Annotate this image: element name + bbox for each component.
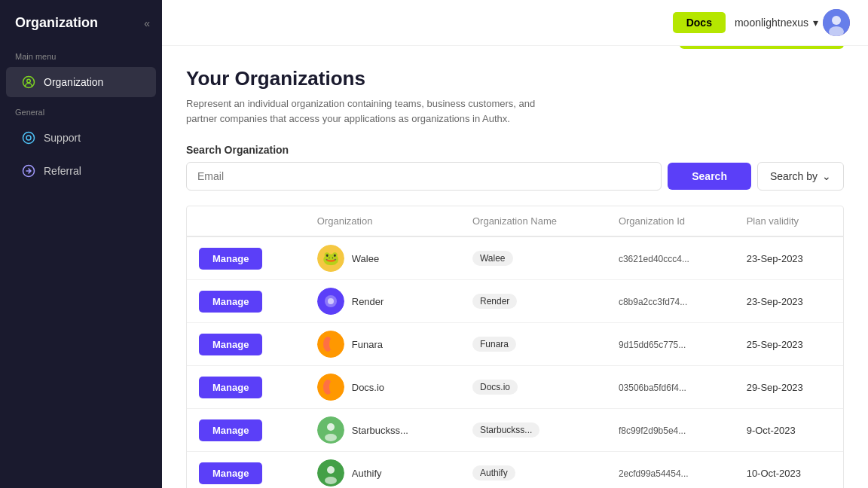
manage-cell: Manage	[187, 236, 305, 280]
org-cell: Starbuckss...	[305, 409, 460, 452]
general-label: General	[0, 99, 162, 121]
org-name: Funara	[352, 339, 383, 350]
svg-point-2	[23, 133, 35, 144]
sidebar-title: Organization	[15, 15, 98, 31]
sidebar: Organization « Main menu Organization Ge…	[0, 0, 162, 488]
search-by-button[interactable]: Search by ⌄	[757, 162, 844, 191]
org-badge: Render	[472, 294, 517, 309]
sidebar-support-label: Support	[44, 132, 81, 144]
col-action	[187, 206, 305, 236]
svg-point-20	[327, 423, 335, 431]
support-icon	[21, 130, 36, 145]
org-badge: Authify	[472, 465, 515, 480]
plan-cell: 10-Oct-2023	[735, 452, 843, 489]
org-avatar: 🐸	[317, 245, 344, 272]
org-avatar	[317, 374, 344, 401]
org-id-cell: 9d15dd65c775...	[607, 323, 735, 366]
svg-point-12	[328, 298, 334, 304]
plan-cell: 29-Sep-2023	[735, 366, 843, 409]
plan-date: 23-Sep-2023	[747, 296, 803, 307]
org-name-cell: Render	[460, 280, 607, 323]
manage-button[interactable]: Manage	[199, 462, 262, 484]
sidebar-item-referral[interactable]: Referral	[6, 156, 156, 186]
create-org-button[interactable]: + Create New Organization	[680, 46, 844, 49]
plan-date: 29-Sep-2023	[747, 382, 803, 393]
avatar	[823, 9, 850, 36]
plan-date: 25-Sep-2023	[747, 339, 803, 350]
manage-cell: Manage	[187, 280, 305, 323]
manage-cell: Manage	[187, 323, 305, 366]
svg-point-18	[329, 380, 338, 395]
plan-cell: 9-Oct-2023	[735, 409, 843, 452]
sidebar-referral-label: Referral	[44, 165, 81, 177]
col-plan: Plan validity	[735, 206, 843, 236]
org-avatar	[317, 331, 344, 358]
plan-cell: 25-Sep-2023	[735, 323, 843, 366]
docs-button[interactable]: Docs	[673, 12, 726, 33]
plan-date: 23-Sep-2023	[747, 253, 803, 264]
main-menu-label: Main menu	[0, 43, 162, 66]
org-name: Docs.io	[352, 382, 384, 393]
table-row: Manage Starbuckss... Starbuckss... f8c99…	[187, 409, 843, 452]
dropdown-chevron: ▾	[813, 17, 818, 29]
org-id: 2ecfd99a54454...	[619, 468, 689, 479]
svg-point-15	[329, 337, 338, 352]
sidebar-item-organization[interactable]: Organization	[6, 67, 156, 97]
sidebar-header: Organization «	[0, 0, 162, 43]
svg-point-24	[325, 477, 337, 484]
search-by-label: Search by	[770, 170, 818, 182]
table-row: Manage Authify Authify 2ecfd99a54454... …	[187, 452, 843, 489]
org-cell: 🐸 Walee	[305, 236, 460, 280]
svg-point-23	[327, 466, 335, 474]
org-name: Starbuckss...	[352, 425, 408, 436]
org-badge: Funara	[472, 337, 516, 352]
table-row: Manage 🐸 Walee Walee c3621ed40ccc4... 23…	[187, 236, 843, 280]
org-cell: Render	[305, 280, 460, 323]
org-id: f8c99f2d9b5e4...	[619, 425, 686, 436]
org-name-cell: Docs.io	[460, 366, 607, 409]
svg-point-1	[27, 79, 31, 83]
org-id: 03506ba5fd6f4...	[619, 383, 686, 393]
org-name-cell: Funara	[460, 323, 607, 366]
org-name: Authify	[352, 468, 382, 479]
org-name-cell: Starbuckss...	[460, 409, 607, 452]
org-cell: Authify	[305, 452, 460, 489]
org-badge: Docs.io	[472, 380, 518, 395]
manage-button[interactable]: Manage	[199, 291, 262, 313]
collapse-button[interactable]: «	[144, 17, 150, 29]
org-name-cell: Walee	[460, 236, 607, 280]
org-id-cell: 03506ba5fd6f4...	[607, 366, 735, 409]
manage-cell: Manage	[187, 452, 305, 489]
org-name-cell: Authify	[460, 452, 607, 489]
manage-button[interactable]: Manage	[199, 419, 262, 441]
plan-date: 9-Oct-2023	[747, 425, 796, 436]
table-row: Manage Docs.io Docs.io 03506ba5fd6f4... …	[187, 366, 843, 409]
manage-button[interactable]: Manage	[199, 334, 262, 355]
manage-cell: Manage	[187, 366, 305, 409]
manage-button[interactable]: Manage	[199, 248, 262, 270]
org-cell: Funara	[305, 323, 460, 366]
referral-icon	[21, 163, 36, 178]
svg-point-21	[325, 434, 337, 441]
search-input[interactable]	[186, 162, 662, 191]
org-icon	[21, 75, 36, 90]
sidebar-org-label: Organization	[44, 76, 103, 88]
page-title: Your Organizations	[186, 67, 844, 90]
manage-cell: Manage	[187, 409, 305, 452]
org-id-cell: c8b9a2cc3fd74...	[607, 280, 735, 323]
org-id-cell: 2ecfd99a54454...	[607, 452, 735, 489]
org-id: c3621ed40ccc4...	[619, 254, 689, 264]
topbar: Docs moonlightnexus ▾	[162, 0, 868, 46]
search-button[interactable]: Search	[668, 163, 751, 190]
org-id: 9d15dd65c775...	[619, 340, 686, 350]
user-dropdown[interactable]: moonlightnexus ▾	[735, 9, 850, 36]
main-content: Docs moonlightnexus ▾ + Create New Organ…	[162, 0, 868, 488]
org-avatar	[317, 288, 344, 315]
col-org-id: Organization Id	[607, 206, 735, 236]
search-section: Search Organization Search Search by ⌄	[186, 144, 844, 191]
search-by-chevron: ⌄	[822, 170, 831, 182]
sidebar-item-support[interactable]: Support	[6, 123, 156, 153]
org-name: Render	[352, 296, 384, 307]
col-organization: Organization	[305, 206, 460, 236]
manage-button[interactable]: Manage	[199, 377, 262, 398]
